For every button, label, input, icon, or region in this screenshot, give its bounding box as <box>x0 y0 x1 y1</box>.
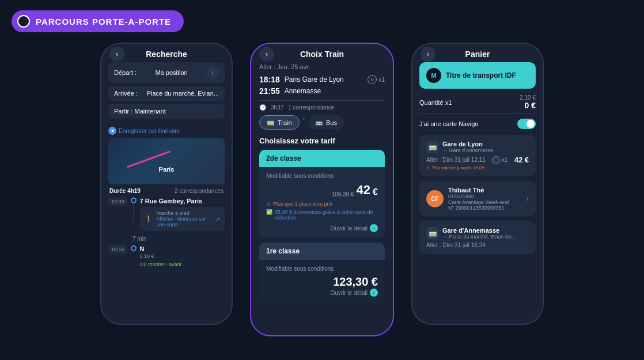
correspondances: 1 correspondance <box>288 104 334 111</box>
divider-1 <box>259 100 385 101</box>
timeline-item-1: 19:09 7 Rue Gambey, Paris 🚶 Marche à pie… <box>108 198 225 231</box>
saving-text: 35,40 € économisés grâce à votre carte d… <box>275 209 378 221</box>
train2-icon: 🚃 <box>426 227 439 240</box>
tariff-warning: ⚠ Plus que 1 place à ce prix <box>266 201 378 207</box>
timeline-dot-col <box>131 198 137 222</box>
arrival-station: Annemasse <box>285 87 321 95</box>
detail-label-2: Ouvrir le détail <box>331 290 368 296</box>
train1-header: 🚃 Gare de Lyon → Gare d'Annemasse <box>426 141 529 153</box>
phone-panier: ‹ Panier M Titre de transport IDF Quanti… <box>411 43 544 325</box>
depart-field[interactable]: Départ : Ma position ↕ <box>108 62 225 83</box>
saving-icon: ✅ <box>266 209 272 215</box>
detail-label-1: Ouvrir le détail <box>331 225 368 232</box>
tariff-card-2de[interactable]: 2de classe Modifiable sous conditions 10… <box>259 150 385 238</box>
map-background: Paris <box>108 138 225 184</box>
depart-label: Départ : <box>114 69 137 76</box>
map-area: Paris <box>108 138 225 184</box>
train1-sub: → Gare d'Annemasse <box>442 147 493 153</box>
arrivee-value: Place du marché, Evian... <box>147 90 219 97</box>
tariff-card-2de-header: 2de classe <box>259 150 385 167</box>
tab-train[interactable]: 🚃 Train <box>259 115 300 130</box>
chevron-right-icon: › <box>303 115 305 130</box>
phone1-topbar: ‹ Recherche <box>101 44 232 62</box>
duration: 3h37 <box>271 104 283 111</box>
timeline-item-2: 16:16 N 2,10 € Où monter › avant <box>108 245 225 268</box>
detail-btn-1[interactable]: Ouvrir le détail › <box>266 224 378 232</box>
quantity-label: Quantité x1 <box>419 99 452 106</box>
tariff-card-1re[interactable]: 1re classe Modifiable sous conditions 12… <box>259 242 385 302</box>
duration-row: Durée 4h19 2 correspondances <box>101 184 232 198</box>
navigo-toggle[interactable] <box>517 119 536 129</box>
walk-duration: 7 min <box>132 236 146 242</box>
detail-btn-2[interactable]: Ouvrir le détail › <box>266 289 378 297</box>
save-itinerary-button[interactable]: ★ Enregistrer cet itinéraire <box>101 123 232 138</box>
duration-label: Durée <box>109 188 126 194</box>
train1-icon: 🚃 <box>426 141 439 153</box>
train-icon: 🚃 <box>267 119 275 126</box>
tariff-saving: ✅ 35,40 € économisés grâce à votre carte… <box>266 209 378 221</box>
stop-price: 2,10 € <box>140 252 225 260</box>
modifiable-label-2: Modifiable sous conditions <box>266 266 378 272</box>
p3-divider-1 <box>419 113 536 114</box>
save-itinerary-label: Enregistrer cet itinéraire <box>119 128 180 134</box>
train-card-2: 🚃 Gare d'Annemasse → Place du marché, Ev… <box>419 221 536 254</box>
stop-cta: Où monter › avant <box>140 260 225 268</box>
partir-value: Maintenant <box>134 108 165 115</box>
tariff-card-2de-body: Modifiable sous conditions 109,20 € 42 €… <box>259 167 385 238</box>
departure-time: 18:18 <box>259 75 280 84</box>
tab-bus[interactable]: 🚌 Bus <box>308 115 344 130</box>
tab-train-label: Train <box>278 119 292 126</box>
price-col: 2,10 € 0 € <box>520 94 536 110</box>
timeline-section: 19:09 7 Rue Gambey, Paris 🚶 Marche à pie… <box>101 198 232 273</box>
currency-1: € <box>373 187 378 198</box>
badge-circle-icon <box>17 15 30 28</box>
train2-header: 🚃 Gare d'Annemasse → Place du marché, Ev… <box>426 227 529 240</box>
class-2de-label: 2de classe <box>266 154 301 162</box>
price-2: 123,30 € <box>333 275 378 289</box>
timeline-content-2: N 2,10 € Où monter › avant <box>140 245 225 268</box>
price-row-2: 123,30 € <box>266 275 378 289</box>
phone-recherche: ‹ Recherche Départ : Ma position ↕ Arriv… <box>100 43 233 325</box>
transport-idf-card: M Titre de transport IDF <box>419 62 536 89</box>
modifiable-label-1: Modifiable sous conditions <box>266 173 378 179</box>
passenger-card[interactable]: CF Thibaut Thé 01/01/1880 Carte Avantage… <box>419 181 536 217</box>
timeline-dot <box>131 198 137 203</box>
train1-x1: x1 <box>502 157 508 163</box>
phone2-back-button[interactable]: ‹ <box>259 47 274 62</box>
passenger-card-name: Carte Avantage Week-end <box>448 199 522 205</box>
tarif-title: Choisissez votre tarif <box>259 137 385 145</box>
arrivee-field[interactable]: Arrivée : Place du marché, Evian... <box>108 86 225 101</box>
class-1re-label: 1re classe <box>266 247 300 255</box>
train1-meta: Aller : Dim 31 juil 12:11 ◯ x1 42 € <box>426 156 529 164</box>
price-row-1: 109,20 € 42 € <box>266 183 378 198</box>
tariff-card-1re-header: 1re classe <box>259 242 385 260</box>
walk-icon: 🚶 <box>145 215 153 223</box>
old-price: 2,10 € <box>520 94 536 101</box>
walk-title: Marche à pied <box>157 210 212 216</box>
tab-bus-label: Bus <box>326 119 337 126</box>
passenger-dob: 01/01/1880 <box>448 194 522 199</box>
passenger-info: Thibaut Thé 01/01/1880 Carte Avantage We… <box>448 187 522 211</box>
transport-tabs: 🚃 Train › 🚌 Bus <box>259 115 385 130</box>
phone1-back-button[interactable]: ‹ <box>109 47 124 62</box>
passenger-avatar: CF <box>426 190 444 207</box>
p2-departure-row: 18:18 Paris Gare de Lyon ↻ x1 <box>259 75 385 84</box>
phone1-title: Recherche <box>146 50 187 59</box>
warning-icon: ⚠ <box>266 201 271 207</box>
train2-route: Gare d'Annemasse <box>442 227 516 234</box>
phone3-topbar: ‹ Panier <box>412 44 543 62</box>
quantity-row: Quantité x1 2,10 € 0 € <box>419 94 536 110</box>
external-link-icon: ↗ <box>215 216 220 222</box>
walk-card[interactable]: 🚶 Marche à pied Afficher l'itinéraire su… <box>140 207 225 231</box>
train2-sub: → Place du marché, Evian les... <box>442 234 516 240</box>
duration: Durée 4h19 <box>109 188 141 194</box>
swap-icon[interactable]: ↕ <box>206 66 219 79</box>
train1-warning: ⚠ Prix valable jusqu'à 15:05 <box>426 165 529 170</box>
phone3-back-button[interactable]: ‹ <box>421 47 435 62</box>
new-price: 0 € <box>520 101 536 110</box>
passenger-name: Thibaut Thé <box>448 187 522 194</box>
train2-route-col: Gare d'Annemasse → Place du marché, Evia… <box>442 227 516 240</box>
partir-field[interactable]: Partir : Maintenant <box>108 104 225 119</box>
phone3-section: M Titre de transport IDF Quantité x1 2,1… <box>412 62 543 262</box>
train1-route-col: Gare de Lyon → Gare d'Annemasse <box>442 141 493 153</box>
